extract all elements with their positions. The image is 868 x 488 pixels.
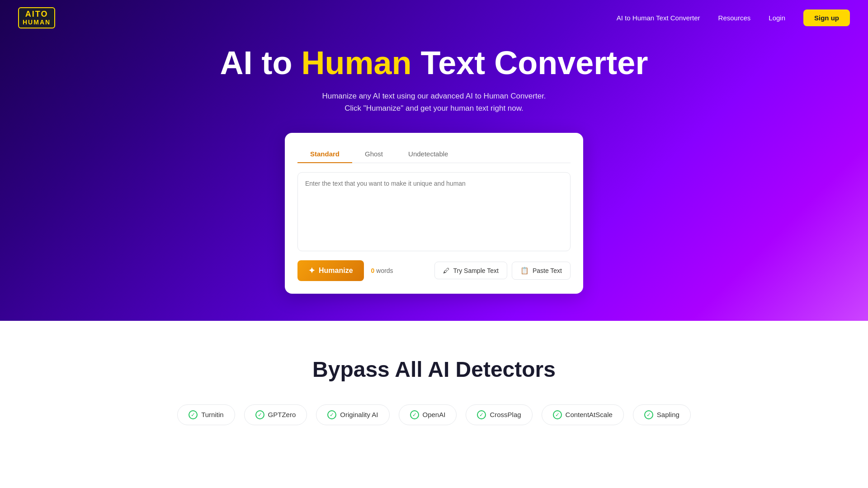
- detector-gptzero: ✓ GPTZero: [244, 404, 307, 425]
- detector-label-sapling: Sapling: [657, 411, 679, 418]
- bypass-section: Bypass All AI Detectors ✓ Turnitin ✓ GPT…: [0, 321, 868, 452]
- detector-label-turnitin: Turnitin: [201, 411, 223, 418]
- bypass-title: Bypass All AI Detectors: [312, 357, 556, 382]
- check-icon-turnitin: ✓: [189, 410, 198, 419]
- hero-subtitle-line1: Humanize any AI text using our advanced …: [322, 92, 546, 100]
- nav: AI to Human Text Converter Resources Log…: [617, 9, 850, 26]
- nav-converter-link[interactable]: AI to Human Text Converter: [617, 14, 700, 22]
- left-actions: ✦ Humanize 0 words: [297, 260, 393, 281]
- hero-title: AI to Human Text Converter: [220, 45, 648, 81]
- hero-subtitle-line2: Click "Humanize" and get your human text…: [344, 104, 524, 113]
- right-actions: 🖊 Try Sample Text 📋 Paste Text: [434, 262, 571, 280]
- nav-resources-link[interactable]: Resources: [718, 14, 751, 22]
- detector-openai: ✓ OpenAI: [399, 404, 457, 425]
- check-icon-gptzero: ✓: [255, 410, 264, 419]
- try-sample-button[interactable]: 🖊 Try Sample Text: [434, 262, 507, 279]
- sample-icon: 🖊: [443, 267, 450, 274]
- detector-label-crossplag: CrossPlag: [490, 411, 521, 418]
- logo[interactable]: AITO HUMAN: [18, 7, 55, 28]
- signup-button[interactable]: Sign up: [803, 9, 850, 26]
- hero-subtitle: Humanize any AI text using our advanced …: [322, 90, 546, 114]
- text-input[interactable]: [297, 172, 571, 251]
- detector-originality: ✓ Originality AI: [316, 404, 389, 425]
- detector-crossplag: ✓ CrossPlag: [466, 404, 532, 425]
- check-icon-contentatscale: ✓: [553, 410, 562, 419]
- detector-label-contentatscale: ContentAtScale: [566, 411, 613, 418]
- check-icon-openai: ✓: [410, 410, 419, 419]
- tab-standard[interactable]: Standard: [297, 145, 352, 163]
- nav-login-link[interactable]: Login: [769, 14, 785, 22]
- humanize-icon: ✦: [308, 266, 315, 276]
- word-count-label: words: [376, 267, 393, 274]
- logo-aito: AITO: [23, 10, 51, 19]
- detector-label-originality: Originality AI: [340, 411, 378, 418]
- hero-title-part1: AI to: [220, 45, 302, 81]
- word-count: 0 words: [371, 267, 393, 274]
- logo-human: HUMAN: [23, 19, 51, 26]
- tab-undetectable[interactable]: Undetectable: [396, 145, 461, 163]
- header: AITO HUMAN AI to Human Text Converter Re…: [0, 0, 868, 36]
- try-sample-label: Try Sample Text: [453, 267, 499, 274]
- check-icon-crossplag: ✓: [477, 410, 486, 419]
- detector-label-openai: OpenAI: [423, 411, 446, 418]
- hero-section: AI to Human Text Converter Humanize any …: [0, 0, 868, 321]
- humanize-label: Humanize: [319, 267, 353, 275]
- humanize-button[interactable]: ✦ Humanize: [297, 260, 364, 281]
- hero-title-highlight: Human: [302, 45, 412, 81]
- tab-ghost[interactable]: Ghost: [352, 145, 396, 163]
- detectors-row: ✓ Turnitin ✓ GPTZero ✓ Originality AI ✓ …: [177, 404, 691, 425]
- detector-contentatscale: ✓ ContentAtScale: [542, 404, 624, 425]
- word-count-num: 0: [371, 267, 375, 274]
- card-bottom: ✦ Humanize 0 words 🖊 Try Sample Text 📋 P…: [297, 260, 571, 281]
- paste-text-label: Paste Text: [533, 267, 562, 274]
- detector-turnitin: ✓ Turnitin: [177, 404, 235, 425]
- detector-label-gptzero: GPTZero: [268, 411, 296, 418]
- check-icon-sapling: ✓: [644, 410, 653, 419]
- converter-card: Standard Ghost Undetectable ✦ Humanize 0…: [285, 133, 583, 294]
- tabs-container: Standard Ghost Undetectable: [297, 145, 571, 163]
- logo-box: AITO HUMAN: [18, 7, 55, 28]
- hero-title-part2: Text Converter: [412, 45, 648, 81]
- paste-text-button[interactable]: 📋 Paste Text: [512, 262, 571, 280]
- check-icon-originality: ✓: [327, 410, 336, 419]
- paste-icon: 📋: [520, 267, 529, 275]
- detector-sapling: ✓ Sapling: [633, 404, 691, 425]
